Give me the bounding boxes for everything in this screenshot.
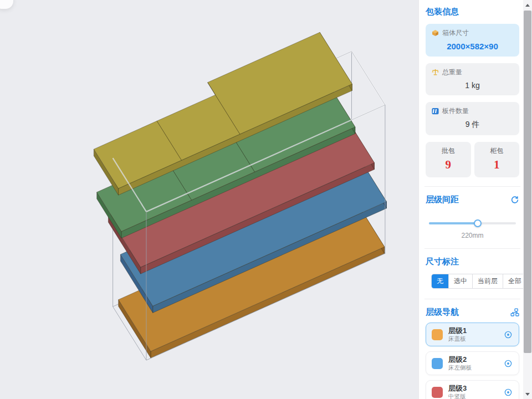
box-size-card: 箱体尺寸 2000×582×90 [426,24,519,57]
layer-subtitle: 中竖版 [448,393,498,399]
scroll-down-button[interactable] [523,389,532,399]
panel-count-card: 板件数量 9 件 [426,102,519,135]
box-icon [431,29,439,37]
pack-stat-value: 9 [426,158,471,172]
pack-stat-label: 柜包 [474,146,520,156]
weight-label: 总重量 [442,68,462,77]
section-divider [424,186,520,187]
section-divider [424,299,520,299]
layer-subtitle: 床盖板 [448,335,498,342]
packaging-info-label: 包装信息 [426,7,459,17]
box-size-value: 2000×582×90 [431,38,514,52]
boards-icon [431,107,439,115]
layer-spacing-label: 层级间距 [426,195,459,205]
packaging-info-title: 包装信息 [426,7,519,17]
sidebar-content: 包装信息 箱体尺寸 2000×582×90 [419,0,524,399]
tree-view-icon[interactable] [510,308,519,317]
pack-stat-card[interactable]: 批包 9 [426,142,471,177]
sidebar-panel: 包装信息 箱体尺寸 2000×582×90 [418,0,532,399]
eye-visibility-icon[interactable] [503,359,513,369]
viewport-3d[interactable] [0,0,418,399]
layer-color-swatch [432,358,443,369]
layer-spacing-value: 220mm [426,232,519,239]
layer-title: 层级1 [448,326,498,335]
triangle-down-icon [525,393,530,396]
layer-spacing-slider[interactable] [429,219,516,227]
pack-stat-value: 1 [474,158,520,172]
eye-visibility-icon[interactable] [503,387,513,397]
dimension-label: 尺寸标注 [426,257,459,267]
pack-stats-row: 批包 9 柜包 1 [426,142,519,177]
scrollbar-thumb[interactable] [524,11,531,353]
slider-thumb[interactable] [474,219,482,227]
dimension-option-2[interactable]: 当前层 [473,274,503,288]
panel-count-label: 板件数量 [442,106,469,116]
layer-title: 层级2 [448,355,498,364]
layer-title: 层级3 [448,384,498,393]
triangle-up-icon [525,4,530,7]
sidebar-scrollbar[interactable] [523,0,532,399]
pack-stat-card[interactable]: 柜包 1 [474,142,520,177]
dimension-option-3[interactable]: 全部 [503,274,524,288]
layer-nav-header: 层级导航 [426,307,519,318]
pack-stat-label: 批包 [426,146,471,156]
eye-visibility-icon[interactable] [503,330,513,340]
weight-card: 总重量 1 kg [426,63,519,95]
layer-color-swatch [432,387,443,398]
layer-nav-item-3[interactable]: 层级3 中竖版 [426,380,519,399]
scale-icon [431,68,439,76]
layer-color-swatch [432,329,443,340]
layer-nav-item-2[interactable]: 层级2 床左侧板 [426,351,519,375]
dimension-option-1[interactable]: 选中 [449,274,473,288]
reset-spacing-icon[interactable] [510,196,519,204]
slider-fill [429,222,478,224]
dimension-mode-group: 无选中当前层全部 [431,274,524,289]
scroll-up-button[interactable] [523,0,532,10]
box-size-label: 箱体尺寸 [442,28,469,38]
layer-nav-label: 层级导航 [426,307,459,318]
layer-nav-item-1[interactable]: 层级1 床盖板 [426,323,519,346]
layer-nav-list: 层级1 床盖板 层级2 床左侧板 层级3 中竖版 层 [426,323,519,399]
weight-value: 1 kg [431,77,514,91]
layer-spacing-header: 层级间距 [426,195,519,205]
section-divider [424,248,520,249]
layer-subtitle: 床左侧板 [448,364,498,371]
dimension-header: 尺寸标注 [426,257,519,267]
panel-count-value: 9 件 [431,116,514,131]
scene-canvas [0,0,418,399]
dimension-option-0[interactable]: 无 [432,274,449,288]
